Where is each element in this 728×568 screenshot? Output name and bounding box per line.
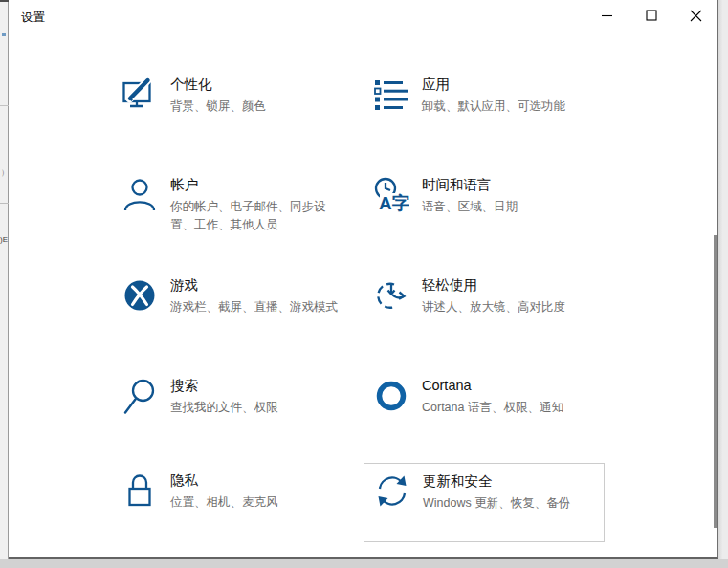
category-title: 更新和安全 xyxy=(423,472,570,491)
tile-cortana[interactable]: Cortana Cortana 语言、权限、通知 xyxy=(364,368,605,448)
category-subtitle: 位置、相机、麦克风 xyxy=(170,493,278,512)
category-title: 游戏 xyxy=(170,276,338,295)
cortana-icon xyxy=(373,378,409,414)
category-subtitle: 背景、锁屏、颜色 xyxy=(170,98,266,116)
window-title: 设置 xyxy=(21,10,46,26)
gaming-icon xyxy=(121,277,158,314)
category-title: 应用 xyxy=(422,76,565,94)
category-subtitle: 卸载、默认应用、可选功能 xyxy=(422,98,565,116)
category-subtitle: 讲述人、放大镜、高对比度 xyxy=(422,298,565,317)
accounts-icon xyxy=(121,177,158,213)
desktop-right-strip xyxy=(718,0,728,568)
tile-gaming[interactable]: 游戏 游戏栏、截屏、直播、游戏模式 xyxy=(112,268,353,347)
minimize-icon xyxy=(602,10,613,21)
category-subtitle: 语音、区域、日期 xyxy=(422,198,518,216)
window-controls xyxy=(585,0,717,31)
apps-icon xyxy=(373,76,409,113)
tile-update-security[interactable]: 更新和安全 Windows 更新、恢复、备份 xyxy=(364,463,605,542)
category-subtitle: Cortana 语言、权限、通知 xyxy=(422,399,563,417)
maximize-icon xyxy=(646,10,657,21)
desktop-bottom-strip xyxy=(0,559,728,568)
background-window-divider xyxy=(0,105,9,106)
background-window-sliver: ） )E xyxy=(0,0,9,568)
tile-ease-of-access[interactable]: 轻松使用 讲述人、放大镜、高对比度 xyxy=(364,268,605,347)
category-subtitle: 你的帐户、电子邮件、同步设置、工作、其他人员 xyxy=(170,198,347,234)
category-subtitle: 查找我的文件、权限 xyxy=(170,399,278,417)
titlebar: 设置 xyxy=(9,0,717,31)
category-subtitle: Windows 更新、恢复、备份 xyxy=(423,494,570,513)
background-window-divider xyxy=(0,203,9,204)
category-title: 搜索 xyxy=(170,377,278,395)
category-title: 帐户 xyxy=(170,176,347,194)
personalization-icon xyxy=(121,76,158,113)
tile-apps[interactable]: 应用 卸载、默认应用、可选功能 xyxy=(364,67,605,146)
background-icon-fragment xyxy=(2,33,6,36)
tile-accounts[interactable]: 帐户 你的帐户、电子邮件、同步设置、工作、其他人员 xyxy=(112,167,353,247)
tile-personalization[interactable]: 个性化 背景、锁屏、颜色 xyxy=(112,67,353,146)
category-title: 隐私 xyxy=(170,471,278,490)
screen: ） )E 设置 xyxy=(0,0,728,568)
category-title: Cortana xyxy=(422,377,563,395)
tile-time-language[interactable]: A字 时间和语言 语音、区域、日期 xyxy=(364,167,605,247)
time-language-icon: A字 xyxy=(373,177,409,213)
category-subtitle: 游戏栏、截屏、直播、游戏模式 xyxy=(170,298,338,317)
minimize-button[interactable] xyxy=(585,0,629,31)
search-icon xyxy=(121,378,158,414)
privacy-icon xyxy=(121,472,158,509)
background-text-fragment: ） xyxy=(1,167,9,178)
ease-of-access-icon xyxy=(373,277,409,314)
background-text-fragment: )E xyxy=(0,235,8,244)
category-title: 个性化 xyxy=(170,76,266,94)
close-icon xyxy=(690,10,702,22)
scrollbar-thumb[interactable] xyxy=(714,235,717,528)
close-button[interactable] xyxy=(673,0,717,31)
tile-search[interactable]: 搜索 查找我的文件、权限 xyxy=(112,368,353,448)
maximize-button[interactable] xyxy=(629,0,673,31)
svg-text:A字: A字 xyxy=(379,193,409,213)
tile-privacy[interactable]: 隐私 位置、相机、麦克风 xyxy=(112,463,353,542)
category-title: 轻松使用 xyxy=(422,276,565,295)
background-window-edge xyxy=(0,0,9,2)
category-title: 时间和语言 xyxy=(422,176,518,194)
update-security-icon xyxy=(374,473,410,510)
